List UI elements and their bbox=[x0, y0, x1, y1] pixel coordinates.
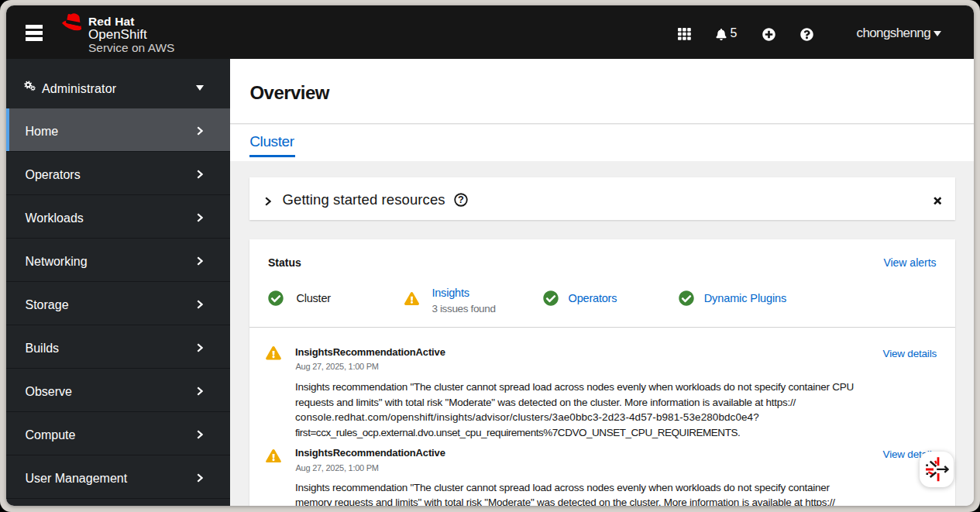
svg-text:?: ? bbox=[458, 194, 464, 205]
